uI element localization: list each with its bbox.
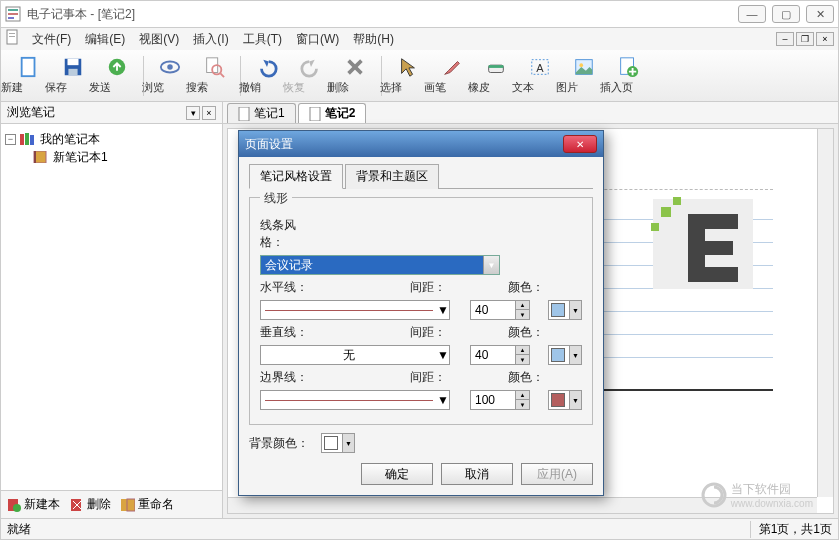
- spinner-up-icon[interactable]: ▲: [515, 391, 529, 400]
- border-color-select[interactable]: ▼: [548, 390, 582, 410]
- tab-note-style[interactable]: 笔记风格设置: [249, 164, 343, 189]
- spinner-up-icon[interactable]: ▲: [515, 346, 529, 355]
- line-style-select[interactable]: 会议记录 ▼: [260, 255, 500, 275]
- svg-rect-43: [673, 197, 681, 205]
- window-titlebar: 电子记事本 - [笔记2] — ▢ ✕: [0, 0, 839, 28]
- spinner-down-icon[interactable]: ▼: [515, 310, 529, 319]
- chevron-down-icon[interactable]: ▼: [437, 303, 449, 317]
- svg-point-24: [579, 63, 583, 67]
- tree-root[interactable]: − 我的笔记本: [5, 130, 218, 148]
- menu-window[interactable]: 窗口(W): [289, 29, 346, 50]
- color-swatch: [551, 348, 565, 362]
- status-bar: 就绪 第1页，共1页: [0, 518, 839, 540]
- text-icon: A: [529, 56, 551, 78]
- sidebar: 浏览笔记 ▾ × − 我的笔记本 新笔记本1 新建本 删除 重命名: [1, 102, 223, 518]
- svg-rect-7: [22, 58, 35, 76]
- svg-rect-28: [25, 133, 29, 145]
- tree-item[interactable]: 新笔记本1: [5, 148, 218, 166]
- menu-insert[interactable]: 插入(I): [186, 29, 235, 50]
- mdi-restore-button[interactable]: ❐: [796, 32, 814, 46]
- send-icon: [106, 56, 128, 78]
- save-icon: [62, 56, 84, 78]
- cancel-button[interactable]: 取消: [441, 463, 513, 485]
- vert-color-select[interactable]: ▼: [548, 345, 582, 365]
- svg-rect-38: [127, 499, 135, 511]
- delete-book-icon: [70, 498, 84, 512]
- send-button[interactable]: 发送: [95, 53, 139, 99]
- menu-view[interactable]: 视图(V): [132, 29, 186, 50]
- page-settings-dialog: 页面设置 ✕ 笔记风格设置 背景和主题区 线形 线条风格： 会议记录 ▼: [238, 130, 604, 496]
- color-swatch: [551, 393, 565, 407]
- dialog-titlebar[interactable]: 页面设置 ✕: [239, 131, 603, 157]
- border-style-select[interactable]: ▼: [260, 390, 450, 410]
- chevron-down-icon[interactable]: ▼: [437, 393, 449, 407]
- color-label: 颜色：: [508, 324, 544, 341]
- minimize-button[interactable]: —: [738, 5, 766, 23]
- menu-bar: 文件(F) 编辑(E) 视图(V) 插入(I) 工具(T) 窗口(W) 帮助(H…: [0, 28, 839, 50]
- svg-rect-1: [8, 9, 18, 11]
- chevron-down-icon[interactable]: ▼: [569, 301, 581, 319]
- sidebar-dropdown-button[interactable]: ▾: [186, 106, 200, 120]
- watermark-logo: [643, 189, 763, 299]
- eraser-icon: [485, 56, 507, 78]
- tab-note1[interactable]: 笔记1: [227, 103, 296, 123]
- svg-line-16: [220, 73, 224, 77]
- spinner-up-icon[interactable]: ▲: [515, 301, 529, 310]
- color-swatch: [324, 436, 338, 450]
- vertical-scrollbar[interactable]: [817, 129, 833, 497]
- svg-rect-40: [310, 107, 320, 121]
- vert-spacing-spinner[interactable]: 40▲▼: [470, 345, 530, 365]
- notebook-tree[interactable]: − 我的笔记本 新笔记本1: [1, 124, 222, 490]
- svg-rect-6: [9, 36, 15, 37]
- chevron-down-icon[interactable]: ▼: [569, 391, 581, 409]
- dialog-close-button[interactable]: ✕: [563, 135, 597, 153]
- vert-style-select[interactable]: 无▼: [260, 345, 450, 365]
- svg-rect-39: [239, 107, 249, 121]
- tab-background-theme[interactable]: 背景和主题区: [345, 164, 439, 189]
- svg-rect-9: [68, 59, 79, 65]
- chevron-down-icon[interactable]: ▼: [342, 434, 354, 452]
- delete-button[interactable]: 删除: [333, 53, 377, 99]
- tab-note2[interactable]: 笔记2: [298, 103, 367, 123]
- sidebar-close-button[interactable]: ×: [202, 106, 216, 120]
- chevron-down-icon[interactable]: ▼: [437, 348, 449, 362]
- page-icon: [309, 107, 321, 121]
- horiz-color-select[interactable]: ▼: [548, 300, 582, 320]
- spinner-down-icon[interactable]: ▼: [515, 355, 529, 364]
- chevron-down-icon[interactable]: ▼: [569, 346, 581, 364]
- dialog-title: 页面设置: [245, 136, 563, 153]
- mdi-minimize-button[interactable]: –: [776, 32, 794, 46]
- rename-notebook-button[interactable]: 重命名: [121, 496, 174, 513]
- svg-rect-34: [71, 499, 81, 511]
- search-button[interactable]: 搜索: [192, 53, 236, 99]
- insert-page-icon: [617, 56, 639, 78]
- horiz-style-select[interactable]: ▼: [260, 300, 450, 320]
- lines-group: 线形 线条风格： 会议记录 ▼ 水平线： 间距： 颜色：: [249, 197, 593, 425]
- tree-collapse-icon[interactable]: −: [5, 134, 16, 145]
- new-file-icon: [18, 56, 40, 78]
- search-icon: [203, 56, 225, 78]
- ok-button[interactable]: 确定: [361, 463, 433, 485]
- chevron-down-icon[interactable]: ▼: [483, 256, 499, 274]
- insert-page-button[interactable]: 插入页: [606, 53, 650, 99]
- page-icon: [238, 107, 250, 121]
- spinner-down-icon[interactable]: ▼: [515, 400, 529, 409]
- menu-edit[interactable]: 编辑(E): [78, 29, 132, 50]
- new-notebook-button[interactable]: 新建本: [7, 496, 60, 513]
- menu-help[interactable]: 帮助(H): [346, 29, 401, 50]
- bg-color-label: 背景颜色：: [249, 435, 315, 452]
- color-label: 颜色：: [508, 369, 544, 386]
- mdi-close-button[interactable]: ×: [816, 32, 834, 46]
- border-spacing-spinner[interactable]: 100▲▼: [470, 390, 530, 410]
- dialog-tabs: 笔记风格设置 背景和主题区: [249, 163, 593, 189]
- menu-tools[interactable]: 工具(T): [236, 29, 289, 50]
- bg-color-select[interactable]: ▼: [321, 433, 355, 453]
- maximize-button[interactable]: ▢: [772, 5, 800, 23]
- delete-notebook-button[interactable]: 删除: [70, 496, 111, 513]
- apply-button[interactable]: 应用(A): [521, 463, 593, 485]
- svg-rect-42: [661, 207, 671, 217]
- horiz-spacing-spinner[interactable]: 40▲▼: [470, 300, 530, 320]
- sidebar-toolbar: 新建本 删除 重命名: [1, 490, 222, 518]
- menu-file[interactable]: 文件(F): [25, 29, 78, 50]
- close-button[interactable]: ✕: [806, 5, 834, 23]
